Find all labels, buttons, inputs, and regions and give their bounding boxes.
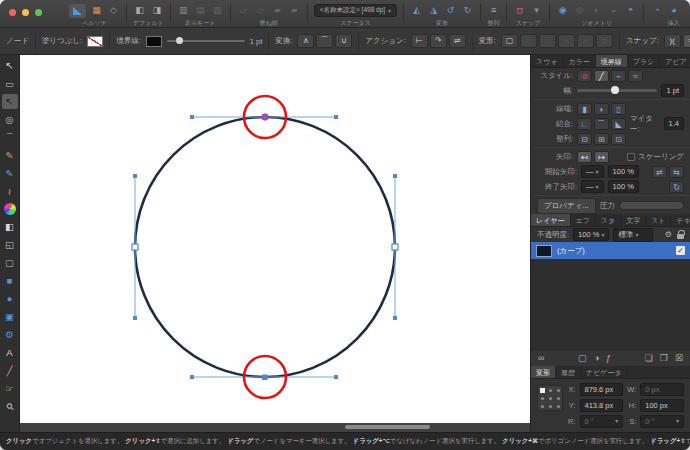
rectangle-tool[interactable]: ■	[2, 273, 18, 288]
action-reverse-curve-button[interactable]: ⇌	[449, 34, 466, 48]
s-field[interactable]: 0 °▾	[640, 415, 684, 428]
defaults-revert-icon[interactable]: ◨	[150, 4, 163, 17]
insert-inside-icon[interactable]: ◑	[684, 4, 690, 17]
arrow-start-toggle[interactable]: ↤	[577, 151, 592, 163]
snap-construction-button[interactable]: ≈	[683, 34, 690, 48]
r-field[interactable]: 0 °▾	[580, 415, 624, 428]
join-miter-button[interactable]: ∟	[577, 118, 592, 130]
left-node[interactable]	[132, 244, 138, 250]
move-tool[interactable]: ↖	[2, 58, 18, 73]
panel-tab[interactable]: スト	[646, 214, 671, 226]
rotate-ccw-icon[interactable]: ↺	[444, 4, 457, 17]
boolean-divide-icon[interactable]: ◒	[607, 4, 620, 17]
document-status-dropdown[interactable]: <名称未設定> [498 dp] ▾	[314, 4, 397, 17]
scaling-checkbox[interactable]	[627, 153, 635, 161]
control-handle-point[interactable]	[190, 115, 194, 119]
transform-center-button[interactable]: ◌	[596, 34, 613, 48]
boolean-intersect-icon[interactable]: ◐	[590, 4, 603, 17]
view-tool[interactable]: ☞	[2, 381, 18, 396]
transparency-tool[interactable]: ◧	[2, 219, 18, 234]
minimize-window-button[interactable]	[22, 9, 29, 16]
miter-field[interactable]: 1.4	[664, 117, 684, 130]
panel-tab[interactable]: ナビゲータ	[581, 366, 628, 378]
panel-tab[interactable]: 変形	[531, 366, 556, 378]
boolean-add-icon[interactable]: ◉	[556, 4, 569, 17]
fill-tool[interactable]: ●	[4, 203, 16, 215]
rounded-rectangle-tool[interactable]: ▣	[2, 309, 18, 324]
corner-tool[interactable]: ⌒	[2, 130, 18, 145]
control-handle-point[interactable]	[334, 375, 338, 379]
anchor-selector[interactable]	[537, 385, 563, 411]
cap-round-button[interactable]: ◖	[594, 103, 609, 115]
cap-square-button[interactable]: ▯	[611, 103, 626, 115]
designer-persona-icon[interactable]	[69, 4, 86, 18]
h-field[interactable]: 100 px	[640, 399, 684, 412]
convert-sharp-button[interactable]: ∧	[297, 34, 314, 48]
pen-tool[interactable]: ✎	[2, 148, 18, 163]
action-break-curve-button[interactable]: ⊢	[411, 34, 428, 48]
control-handle-point[interactable]	[133, 316, 137, 320]
zoom-tool[interactable]: ⚲	[0, 396, 20, 418]
panel-tab[interactable]: スウォ	[531, 55, 564, 67]
selection-frame-tool[interactable]: ▢	[2, 255, 18, 270]
order-to-front-icon[interactable]: ▰	[288, 4, 301, 17]
panel-tab[interactable]: スタ	[596, 214, 621, 226]
ellipse-tool[interactable]: ●	[2, 291, 18, 306]
snapping-magnet-icon[interactable]: Ω	[513, 4, 526, 17]
top-node-selected[interactable]	[262, 114, 268, 120]
new-layer-icon[interactable]: ❏	[645, 353, 653, 363]
defaults-sync-icon[interactable]: ◧	[133, 4, 146, 17]
panel-tab[interactable]: 境界線	[596, 55, 628, 67]
join-bevel-button[interactable]: ◣	[611, 118, 626, 130]
cog-tool[interactable]: ⚙	[2, 327, 18, 342]
adjustment-icon[interactable]: ◑	[594, 353, 599, 363]
alignment-icon[interactable]: ≡	[487, 4, 500, 17]
align-outside-button[interactable]: ⊡	[611, 133, 626, 145]
insert-top-icon[interactable]: ◕	[667, 4, 680, 17]
stroke-dash-button[interactable]: ⌁	[611, 70, 626, 82]
transform-mode-button[interactable]: ▢	[501, 34, 518, 48]
panel-tab[interactable]: テキ	[671, 214, 690, 226]
layer-visibility-checkbox[interactable]: ✓	[676, 246, 685, 255]
artboard[interactable]	[20, 55, 530, 423]
boolean-combine-icon[interactable]: ◓	[624, 4, 637, 17]
duplicate-layer-icon[interactable]: ❐	[660, 353, 668, 363]
rotate-cw-icon[interactable]: ↻	[461, 4, 474, 17]
insert-behind-icon[interactable]: ◔	[650, 4, 663, 17]
snapping-dropdown-arrow[interactable]: ▾	[530, 4, 543, 17]
arrow-end-toggle[interactable]: ↦	[594, 151, 609, 163]
flip-horizontal-icon[interactable]: ◭	[410, 4, 423, 17]
convert-smart-button[interactable]: ∪	[335, 34, 352, 48]
layer-row-curve[interactable]: (カーブ) ✓	[531, 242, 690, 259]
panel-tab[interactable]: ブラシ	[628, 55, 661, 67]
width-field[interactable]: 1 pt	[661, 84, 684, 97]
style-picker-tool[interactable]: ╱	[2, 363, 18, 378]
y-field[interactable]: 413.8 px	[580, 399, 624, 412]
order-to-back-icon[interactable]: ▱	[237, 4, 250, 17]
vector-crop-tool[interactable]: ◱	[2, 237, 18, 252]
join-round-button[interactable]: ⌒	[594, 118, 609, 130]
control-handle-point[interactable]	[334, 115, 338, 119]
artboard-tool[interactable]: ▭	[2, 76, 18, 91]
view-pixel-icon[interactable]: ▤	[194, 4, 207, 17]
cap-butt-button[interactable]: ▮	[577, 103, 592, 115]
stroke-width-slider[interactable]	[167, 40, 245, 42]
fill-swatch[interactable]	[87, 36, 103, 47]
order-backward-icon[interactable]: ▱	[254, 4, 267, 17]
pencil-tool[interactable]: ✎	[2, 166, 18, 181]
flip-vertical-icon[interactable]: ◮	[427, 4, 440, 17]
start-arrow-size-field[interactable]: 100 %	[608, 165, 639, 178]
transform-shear-button[interactable]: ▫	[558, 34, 575, 48]
node-tool[interactable]: ↖	[2, 94, 18, 109]
delete-layer-icon[interactable]: ☒	[675, 353, 683, 363]
order-forward-icon[interactable]: ▰	[271, 4, 284, 17]
vector-brush-tool[interactable]: ≀	[2, 184, 18, 199]
control-handle-point[interactable]	[133, 174, 137, 178]
transform-rotate-button[interactable]: ▫	[539, 34, 556, 48]
blend-mode-dropdown[interactable]: 標準 ▾	[613, 228, 653, 242]
arrow-swap-button[interactable]: ⇄	[652, 166, 667, 178]
bottom-node[interactable]	[262, 375, 268, 381]
boolean-subtract-icon[interactable]: ◎	[573, 4, 586, 17]
view-vector-icon[interactable]: ▥	[177, 4, 190, 17]
panel-tab[interactable]: 履歴	[556, 366, 581, 378]
